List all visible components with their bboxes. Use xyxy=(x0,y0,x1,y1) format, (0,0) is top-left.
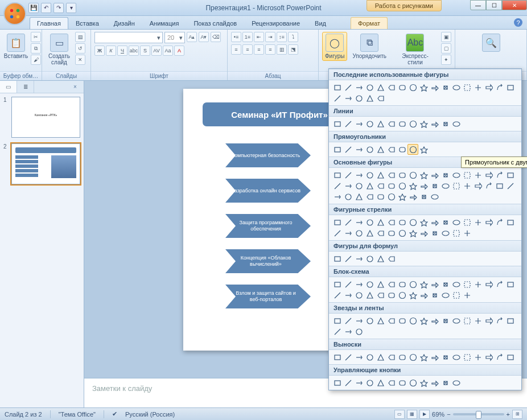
reset-icon[interactable]: ↺ xyxy=(75,43,85,53)
thumbnails-tab[interactable]: ▭ xyxy=(0,81,17,93)
shape-item[interactable] xyxy=(451,228,462,238)
arrow-shape[interactable]: Компьютерная безопасность xyxy=(225,143,311,167)
italic-icon[interactable]: К xyxy=(106,46,116,56)
shape-item[interactable] xyxy=(386,279,397,290)
shape-item[interactable] xyxy=(407,279,418,290)
shape-item[interactable] xyxy=(407,352,418,363)
align-right-icon[interactable]: ≡ xyxy=(254,44,264,55)
shape-item[interactable] xyxy=(386,180,397,191)
shape-item[interactable] xyxy=(505,315,516,326)
shape-item[interactable] xyxy=(418,377,429,388)
arrow-shape[interactable]: Взлом и защита сайтов и веб-порталов xyxy=(225,285,311,308)
shape-item[interactable] xyxy=(462,352,472,363)
shape-item[interactable] xyxy=(397,228,407,238)
delete-slide-icon[interactable]: ✕ xyxy=(75,55,85,65)
shape-item[interactable] xyxy=(353,93,364,104)
shape-item[interactable] xyxy=(505,82,516,93)
shape-item[interactable] xyxy=(451,315,462,326)
shape-item[interactable] xyxy=(386,217,397,228)
shape-item[interactable] xyxy=(440,217,451,228)
shape-item[interactable] xyxy=(332,170,343,180)
shape-item[interactable] xyxy=(483,217,494,228)
shape-item[interactable] xyxy=(397,377,407,388)
shape-item[interactable] xyxy=(407,170,418,180)
shape-item[interactable] xyxy=(483,315,494,326)
arrow-shape[interactable]: Разработка онлайн сервисов xyxy=(225,179,311,203)
shape-item[interactable] xyxy=(407,315,418,326)
columns-icon[interactable]: ▥ xyxy=(277,44,287,55)
tab-slideshow[interactable]: Показ слайдов xyxy=(186,17,244,29)
shape-item[interactable] xyxy=(353,326,364,337)
numbering-icon[interactable]: 1≡ xyxy=(242,32,253,42)
shape-item[interactable] xyxy=(429,279,440,290)
spellcheck-icon[interactable]: ✔ xyxy=(112,410,117,418)
align-left-icon[interactable]: ≡ xyxy=(231,44,241,55)
shape-item[interactable] xyxy=(353,253,364,264)
tab-view[interactable]: Вид xyxy=(307,17,334,29)
editing-button[interactable]: 🔍 xyxy=(479,32,504,53)
shape-item[interactable] xyxy=(472,279,483,290)
shape-item[interactable] xyxy=(353,290,364,300)
shape-item[interactable] xyxy=(407,144,418,155)
shape-item[interactable] xyxy=(429,118,440,129)
slideshow-view-icon[interactable]: ▶ xyxy=(419,410,430,419)
shape-item[interactable] xyxy=(494,352,505,363)
shape-item[interactable] xyxy=(375,290,386,300)
shape-item[interactable] xyxy=(375,377,386,388)
bold-icon[interactable]: Ж xyxy=(94,46,105,56)
sorter-view-icon[interactable]: ▦ xyxy=(407,410,417,419)
shape-item[interactable] xyxy=(418,82,429,93)
shape-item[interactable] xyxy=(397,352,407,363)
arrange-button[interactable]: ⧉ Упорядочить xyxy=(349,32,389,61)
shape-item[interactable] xyxy=(451,377,462,388)
tab-review[interactable]: Рецензирование xyxy=(244,17,307,29)
shape-item[interactable] xyxy=(440,118,451,129)
shape-item[interactable] xyxy=(429,217,440,228)
tab-design[interactable]: Дизайн xyxy=(106,17,142,29)
shape-effects-icon[interactable]: ✦ xyxy=(441,55,451,65)
shape-item[interactable] xyxy=(429,228,440,238)
shape-item[interactable] xyxy=(418,228,429,238)
shape-item[interactable] xyxy=(332,228,343,238)
shape-item[interactable] xyxy=(364,93,375,104)
shape-item[interactable] xyxy=(364,290,375,300)
shape-item[interactable] xyxy=(386,118,397,129)
shape-item[interactable] xyxy=(364,315,375,326)
shape-item[interactable] xyxy=(364,228,375,238)
shape-item[interactable] xyxy=(472,315,483,326)
slide-thumb-1[interactable]: Компания «РПК» xyxy=(11,97,80,138)
shape-item[interactable] xyxy=(429,315,440,326)
shape-item[interactable] xyxy=(364,377,375,388)
text-dir-icon[interactable]: ⤵ xyxy=(288,32,298,42)
shadow-icon[interactable]: S xyxy=(140,46,150,56)
shape-item[interactable] xyxy=(343,279,353,290)
shape-item[interactable] xyxy=(386,315,397,326)
shape-item[interactable] xyxy=(375,191,386,202)
shrink-font-icon[interactable]: A▾ xyxy=(199,32,209,42)
shape-item[interactable] xyxy=(440,377,451,388)
smartart-icon[interactable]: ⬔ xyxy=(288,44,298,55)
shape-item[interactable] xyxy=(483,279,494,290)
paste-button[interactable]: 📋 Вставить xyxy=(3,32,28,61)
shape-item[interactable] xyxy=(397,170,407,180)
strike-icon[interactable]: abc xyxy=(129,46,139,56)
normal-view-icon[interactable]: ▭ xyxy=(394,410,405,419)
shape-item[interactable] xyxy=(343,144,353,155)
copy-icon[interactable]: ⧉ xyxy=(31,43,41,53)
shape-outline-icon[interactable]: ▢ xyxy=(441,43,451,53)
spacing-icon[interactable]: AV xyxy=(151,46,162,56)
shape-item[interactable] xyxy=(386,82,397,93)
shape-item[interactable] xyxy=(418,118,429,129)
shape-item[interactable] xyxy=(505,352,516,363)
align-center-icon[interactable]: ≡ xyxy=(242,44,253,55)
shape-item[interactable] xyxy=(451,352,462,363)
office-button[interactable] xyxy=(3,2,26,25)
shape-item[interactable] xyxy=(451,279,462,290)
shape-item[interactable] xyxy=(472,352,483,363)
status-lang[interactable]: Русский (Россия) xyxy=(125,411,175,418)
shape-item[interactable] xyxy=(332,180,343,191)
clear-format-icon[interactable]: ⌫ xyxy=(211,32,221,42)
shape-item[interactable] xyxy=(472,217,483,228)
shape-item[interactable] xyxy=(353,217,364,228)
shape-item[interactable] xyxy=(429,191,440,202)
